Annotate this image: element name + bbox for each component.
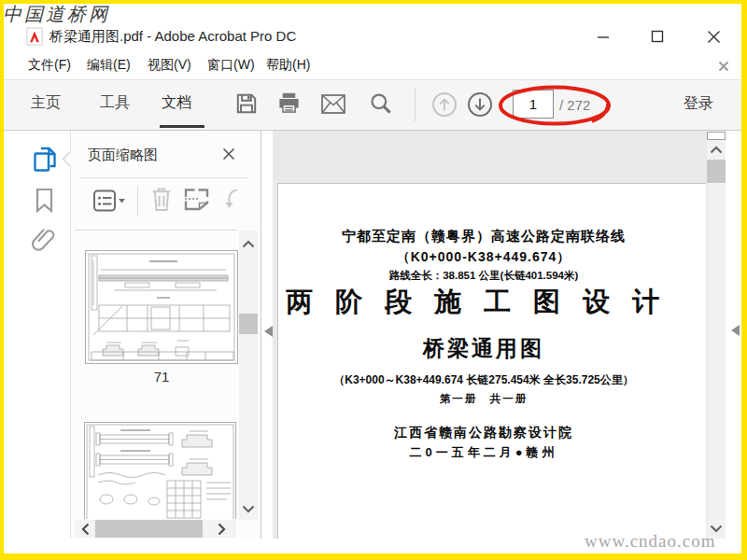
page-number-input[interactable] xyxy=(513,90,554,119)
panel-close-button[interactable] xyxy=(220,146,237,162)
document-scrollbar-top-box xyxy=(707,132,726,140)
maximize-icon xyxy=(651,30,664,43)
doc-line-volume: 第一册 共一册 xyxy=(278,392,689,406)
menu-help[interactable]: 帮助(H) xyxy=(266,57,310,74)
save-icon[interactable] xyxy=(234,91,259,116)
minimize-icon xyxy=(597,30,610,43)
document-scrollbar-thumb[interactable] xyxy=(707,160,726,183)
watermark-bottom-right: www.cndao.com xyxy=(585,531,716,552)
thumbnail-page-71[interactable] xyxy=(85,250,238,364)
thumbnail-drawing xyxy=(86,251,237,363)
tab-document[interactable]: 文档 xyxy=(162,93,191,113)
doc-line-section-range: （K3+000～K38+449.674 长链275.454米 全长35.725公… xyxy=(278,372,689,388)
menubar-close-icon[interactable] xyxy=(717,60,730,73)
menu-file[interactable]: 文件(F) xyxy=(28,57,71,74)
maximize-button[interactable] xyxy=(644,23,670,49)
panel-scroll-up-icon[interactable] xyxy=(242,240,255,248)
page-thumbnails-icon[interactable] xyxy=(32,146,58,174)
window-title: 桥梁通用图.pdf - Adobe Acrobat Pro DC xyxy=(49,28,296,46)
search-icon[interactable] xyxy=(368,91,393,116)
bookmarks-icon[interactable] xyxy=(35,188,54,213)
thumbnail-page-label[interactable]: 71 xyxy=(85,369,238,385)
thumbnail-next-page[interactable] xyxy=(84,422,236,519)
doc-sub-title: 桥梁通用图 xyxy=(278,334,689,363)
menu-window[interactable]: 窗口(W) xyxy=(207,57,255,74)
attachments-icon[interactable] xyxy=(32,225,56,253)
panel-title: 页面缩略图 xyxy=(88,147,158,164)
page-up-icon[interactable] xyxy=(431,91,458,118)
pdf-file-icon xyxy=(26,27,43,46)
panel-scroll-left-icon[interactable] xyxy=(81,523,90,536)
delete-pages-icon[interactable] xyxy=(150,186,173,213)
panel-scrollbar-thumb[interactable] xyxy=(239,314,258,334)
rotate-pages-icon[interactable] xyxy=(224,187,241,212)
doc-line-route-length: 路线全长：38.851 公里(长链401.594米) xyxy=(278,269,689,283)
doc-line-date: 二0一五年二月●赣州 xyxy=(278,444,689,461)
panel-hscrollbar-thumb[interactable] xyxy=(95,520,203,538)
right-panel-expand-arrow[interactable] xyxy=(731,325,740,336)
panel-collapse-arrow[interactable] xyxy=(264,326,273,337)
thumbnail-drawing xyxy=(85,423,235,519)
acrobat-window: 桥梁通用图.pdf - Adobe Acrobat Pro DC 文件(F) 编… xyxy=(0,0,747,560)
crop-pages-icon[interactable] xyxy=(182,186,211,213)
print-icon[interactable] xyxy=(276,91,302,116)
panel-close-icon xyxy=(222,147,235,161)
menu-view[interactable]: 视图(V) xyxy=(148,57,191,74)
page-down-icon[interactable] xyxy=(467,91,493,118)
panel-scroll-right-icon[interactable] xyxy=(218,523,226,536)
minimize-button[interactable] xyxy=(590,23,616,49)
tab-home[interactable]: 主页 xyxy=(31,93,61,113)
panel-divider xyxy=(75,230,237,231)
watermark-top-left: 中国道桥网 xyxy=(3,2,110,27)
email-icon[interactable] xyxy=(320,93,346,115)
document-scroll-up-icon[interactable] xyxy=(710,146,723,154)
close-icon xyxy=(707,30,721,44)
document-vertical-scrollbar[interactable] xyxy=(707,131,726,539)
panel-divider xyxy=(79,177,247,178)
pdf-page: 宁都至定南（赣粤界）高速公路定南联络线 （K0+000-K38+449.674）… xyxy=(277,183,706,539)
doc-line-institute: 江西省赣南公路勘察设计院 xyxy=(278,425,689,441)
sign-in-button[interactable]: 登录 xyxy=(684,94,713,114)
doc-line-project: 宁都至定南（赣粤界）高速公路定南联络线 xyxy=(278,228,689,245)
toolbar-separator xyxy=(415,88,416,121)
panel-scroll-down-icon[interactable] xyxy=(242,505,255,513)
panel-toolbar-separator xyxy=(137,186,138,216)
active-tab-underline xyxy=(160,125,204,128)
doc-line-stake-range: （K0+000-K38+449.674） xyxy=(278,249,689,266)
doc-main-title: 两阶段施工图设计 xyxy=(278,284,689,321)
thumbnail-options-icon[interactable] xyxy=(92,189,126,214)
menu-edit[interactable]: 编辑(E) xyxy=(87,57,131,74)
tab-tools[interactable]: 工具 xyxy=(100,93,130,113)
page-total: / 272 xyxy=(559,97,590,113)
panel-vertical-scrollbar[interactable] xyxy=(239,231,258,520)
close-button[interactable] xyxy=(700,23,726,49)
